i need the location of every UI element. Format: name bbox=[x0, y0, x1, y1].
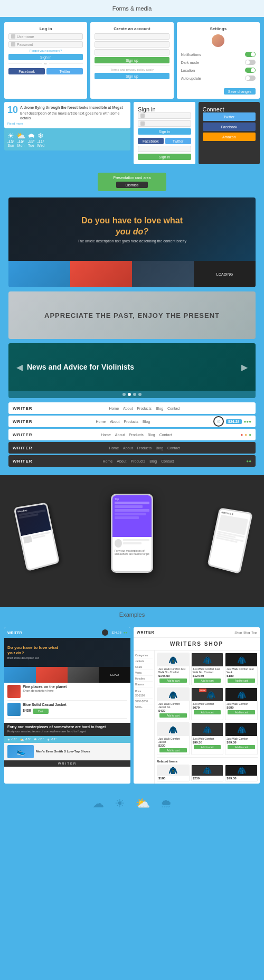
nav-link-home-3[interactable]: Home bbox=[101, 433, 111, 437]
sidebar-vests[interactable]: Vests bbox=[135, 670, 153, 676]
tw-btn-2[interactable]: Twitter bbox=[165, 138, 191, 144]
login-card: Log in Username Password Forgot your pas… bbox=[4, 22, 87, 99]
fb-btn-2[interactable]: Facebook bbox=[138, 138, 164, 144]
twitter-connect-btn[interactable]: Twitter bbox=[203, 112, 256, 121]
sidebar-price-1[interactable]: $0-$100 bbox=[135, 693, 153, 699]
weather-item-0: ☀ -13° Sun bbox=[7, 131, 14, 147]
nav-link-about-1[interactable]: About bbox=[123, 407, 133, 410]
nav-link-contact-4[interactable]: Contact bbox=[167, 446, 180, 450]
shop-item-5-name: Just Walk Comfort bbox=[193, 702, 222, 705]
darkmode-toggle[interactable] bbox=[245, 60, 256, 65]
signin-username[interactable] bbox=[138, 112, 191, 119]
nav-link-contact-5[interactable]: Contact bbox=[161, 459, 174, 463]
nav-link-products-2[interactable]: Products bbox=[124, 420, 138, 423]
shop-nav-1[interactable]: Shop bbox=[234, 631, 242, 634]
dot-3[interactable] bbox=[133, 393, 136, 396]
nav-link-home-2[interactable]: Home bbox=[96, 420, 106, 423]
create-field-2[interactable] bbox=[95, 41, 169, 48]
nav-link-blog-1[interactable]: Blog bbox=[156, 407, 163, 410]
sidebar-jackets[interactable]: Jackets bbox=[135, 658, 153, 664]
facebook-connect-btn[interactable]: Facebook bbox=[203, 123, 256, 131]
sidebar-coats[interactable]: Coats bbox=[135, 664, 153, 670]
nav-link-contact-1[interactable]: Contact bbox=[167, 407, 180, 410]
nav-link-contact-3[interactable]: Contact bbox=[159, 433, 172, 437]
nav-link-products-5[interactable]: Products bbox=[131, 459, 146, 463]
username-field[interactable]: Username bbox=[8, 33, 83, 40]
sidebar-price-2[interactable]: $100-$200 bbox=[135, 699, 153, 704]
nav-link-blog-2[interactable]: Blog bbox=[143, 420, 150, 423]
sign-up-button-2[interactable]: Sign up bbox=[95, 73, 169, 79]
nav-link-about-4[interactable]: About bbox=[123, 446, 133, 450]
shop-cart-btn-1[interactable]: Add to cart bbox=[159, 679, 187, 683]
violin-hero-bg: ◀ News and Advice for Violinists ▶ bbox=[8, 343, 256, 391]
twitter-login-button[interactable]: Twitter bbox=[46, 68, 83, 74]
shop-cart-btn-5[interactable]: Add to cart bbox=[194, 710, 221, 714]
hero-thumb-3 bbox=[132, 261, 194, 287]
shop-cart-btn-8[interactable]: Add to cart bbox=[194, 745, 221, 749]
nav-link-home-5[interactable]: Home bbox=[103, 459, 113, 463]
nav-link-blog-5[interactable]: Blog bbox=[149, 459, 157, 463]
signin-btn-3[interactable]: Sign in bbox=[138, 154, 191, 160]
dot-1[interactable] bbox=[122, 393, 126, 396]
presentation-row: Presentation card area Dismiss bbox=[4, 171, 260, 193]
blog-example-card: WRITER $24.28 ●● Do you have to love wha… bbox=[4, 627, 130, 784]
hero-dark-bg: Do you have to love what you do? The art… bbox=[8, 197, 256, 261]
location-toggle[interactable] bbox=[245, 68, 256, 73]
shop-item-6-info: Just Walk Comfort $680 Add to cart bbox=[225, 701, 257, 717]
save-changes-button[interactable]: Save changes bbox=[224, 88, 256, 95]
shop-nav-3[interactable]: Top bbox=[251, 631, 257, 634]
shop-cart-btn-3[interactable]: Add to cart bbox=[228, 679, 255, 683]
shop-cart-btn-6[interactable]: Add to cart bbox=[228, 710, 255, 714]
snow-weather-icon: ❄ bbox=[37, 131, 44, 140]
sidebar-blazers[interactable]: Blazers bbox=[135, 682, 153, 687]
sign-in-button[interactable]: Sign in bbox=[8, 54, 83, 60]
nav-link-about-5[interactable]: About bbox=[117, 459, 126, 463]
signin-field-2[interactable] bbox=[138, 146, 191, 152]
sidebar-price-3[interactable]: $200+ bbox=[135, 704, 153, 710]
dot-4[interactable] bbox=[138, 393, 142, 396]
dot-2[interactable] bbox=[128, 393, 131, 396]
nav-link-home-1[interactable]: Home bbox=[109, 407, 119, 410]
amazon-connect-btn[interactable]: Amazon bbox=[203, 133, 256, 141]
signin-title: Sign in bbox=[138, 106, 191, 112]
nav-link-about-2[interactable]: About bbox=[110, 420, 119, 423]
signin-button[interactable]: Sign in bbox=[138, 128, 191, 135]
shop-cart-btn-4[interactable]: Add to cart bbox=[159, 713, 187, 718]
signin-password[interactable] bbox=[138, 120, 191, 127]
facebook-login-button[interactable]: Facebook bbox=[8, 68, 45, 74]
shop-item-9: 🧥 Just Walk Comfort $99.58 Add to cart bbox=[225, 722, 258, 755]
shop-item-2-info: Just Walk Comfort Just Walk No. Comfort … bbox=[192, 666, 223, 685]
cart-button[interactable]: Cart bbox=[33, 709, 49, 714]
nav-link-blog-3[interactable]: Blog bbox=[148, 433, 155, 437]
violin-nav-left[interactable]: ◀ bbox=[16, 362, 23, 372]
password-field[interactable]: Password bbox=[8, 41, 83, 48]
violin-nav-right[interactable]: ▶ bbox=[241, 362, 248, 372]
or-divider: or bbox=[8, 62, 83, 65]
hero-thumbs: LOADING bbox=[8, 261, 256, 287]
sign-up-button[interactable]: Sign up bbox=[95, 57, 169, 63]
nav-link-products-3[interactable]: Products bbox=[129, 433, 144, 437]
nav-link-about-3[interactable]: About bbox=[115, 433, 125, 437]
nav-link-blog-4[interactable]: Blog bbox=[156, 446, 163, 450]
notifications-toggle[interactable] bbox=[245, 52, 256, 57]
autoupdate-toggle[interactable] bbox=[245, 76, 256, 81]
nav-link-home-4[interactable]: Home bbox=[109, 446, 119, 450]
shop-item-6-name: Just Walk Comfort bbox=[227, 702, 256, 705]
shop-cart-btn-9[interactable]: Add to cart bbox=[228, 745, 255, 749]
navbar-links-4: Home About Products Blog Contact bbox=[38, 446, 251, 450]
shop-cart-btn-2[interactable]: Add to cart bbox=[194, 679, 221, 683]
shop-cart-btn-7[interactable]: Add to cart bbox=[159, 748, 187, 752]
read-more-link[interactable]: Read more bbox=[7, 122, 127, 125]
nav-link-products-4[interactable]: Products bbox=[137, 446, 152, 450]
shop-item-7-name: Just Walk Comfort Jacket bbox=[158, 737, 188, 743]
nav-link-products-1[interactable]: Products bbox=[137, 407, 152, 410]
shop-nav-2[interactable]: Blog bbox=[243, 631, 250, 634]
lock-icon-2 bbox=[140, 121, 145, 126]
create-field-1[interactable] bbox=[95, 33, 169, 40]
create-field-3[interactable] bbox=[95, 49, 169, 55]
toggle-label-3: Location bbox=[181, 69, 195, 72]
navbar-4: WRITER Home About Products Blog Contact bbox=[8, 442, 256, 454]
forgot-password-link[interactable]: Forgot your password? bbox=[8, 49, 83, 52]
dismiss-button[interactable]: Dismiss bbox=[116, 182, 148, 188]
sidebar-hoodies[interactable]: Hoodies bbox=[135, 676, 153, 682]
